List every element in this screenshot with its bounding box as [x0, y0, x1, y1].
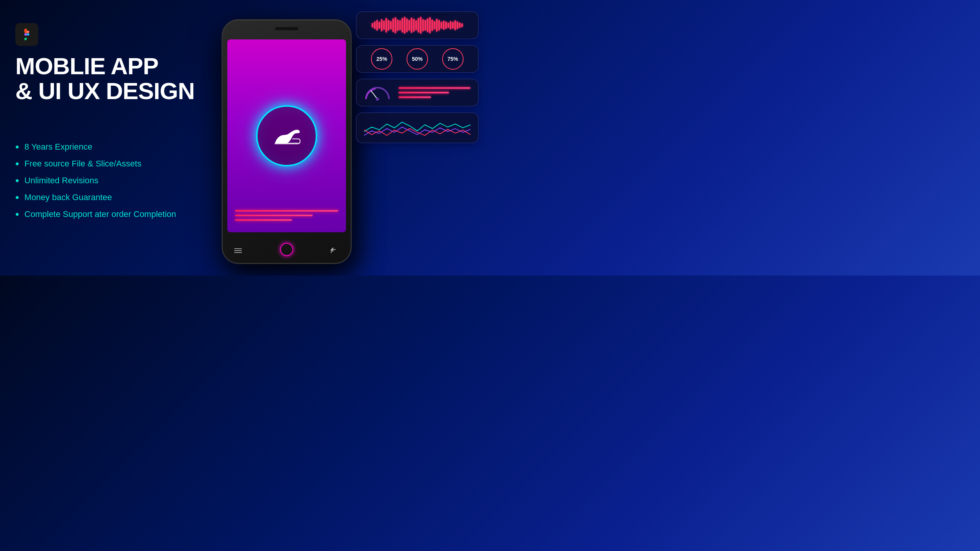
wave-bar [448, 23, 449, 28]
feature-item-1: 8 Years Exprience [15, 142, 176, 152]
wave-bar [461, 23, 463, 27]
wave-bar [434, 21, 435, 29]
wave-bar [457, 21, 458, 29]
wave-bar [443, 21, 444, 30]
wave-bar [395, 17, 396, 33]
wave-bar [429, 17, 431, 33]
main-title: MOBLIE APP & UI UX DESIGN [15, 54, 194, 103]
gauge-line-1 [399, 87, 470, 89]
red-line-3 [235, 219, 292, 221]
phone-mockup [222, 19, 352, 264]
wave-bar [450, 21, 451, 29]
wave-bar [402, 18, 403, 33]
waveform-widget: // Generate waveform bars const waveHeig… [356, 11, 479, 39]
wave-bar [431, 20, 433, 31]
line-chart [364, 116, 470, 139]
gauge-widget [356, 79, 479, 106]
red-line-1 [235, 210, 338, 212]
feature-list: 8 Years Exprience Free source File & Sli… [15, 142, 176, 226]
svg-point-2 [376, 98, 379, 101]
phone-screen [227, 39, 346, 232]
wave-bar [427, 18, 428, 32]
red-line-2 [235, 215, 313, 216]
wave-bar [376, 20, 378, 31]
phone-back-icon [329, 246, 337, 254]
hamburger-icon [234, 248, 242, 253]
wave-bar [411, 18, 412, 33]
wave-bar [413, 19, 415, 32]
gauge-lines [399, 87, 470, 98]
gauge-line-2 [399, 92, 449, 93]
shoe-circle [256, 105, 317, 166]
figma-logo [15, 23, 38, 46]
wave-bar [459, 23, 461, 28]
wave-bar [399, 20, 401, 30]
wave-bar [425, 20, 426, 31]
wave-bar [392, 18, 394, 32]
wave-bar [436, 19, 438, 32]
phone-nav [234, 248, 242, 253]
percent-circle-75: 75% [442, 48, 464, 70]
widgets-container: // Generate waveform bars const waveHeig… [356, 11, 479, 143]
gauge-icon [364, 83, 391, 102]
shoe-icon [270, 119, 304, 153]
feature-item-4: Money back Guarantee [15, 192, 176, 203]
wave-bar [372, 23, 373, 28]
gauge-line-3 [399, 96, 431, 98]
title-line1: MOBLIE APP [15, 54, 194, 78]
wave-bar [408, 20, 410, 31]
wave-bar [441, 22, 442, 29]
feature-item-5: Complete Support ater order Completion [15, 209, 176, 220]
chart-widget [356, 112, 479, 143]
wave-bar [454, 20, 456, 30]
wave-bar [404, 17, 405, 34]
wave-bar [397, 20, 399, 31]
svg-line-1 [371, 91, 377, 99]
wave-bar [381, 19, 382, 31]
wave-bar [418, 18, 419, 33]
wave-bar [445, 21, 447, 29]
wave-bar [420, 17, 421, 34]
wave-bar [383, 21, 385, 30]
wave-bar [422, 19, 424, 31]
wave-bar [452, 22, 454, 29]
phone-home-button [280, 243, 293, 256]
wave-bar [415, 20, 417, 30]
red-lines [235, 210, 338, 221]
phone-body [222, 19, 352, 264]
feature-item-3: Unlimited Revisions [15, 175, 176, 186]
wave-bar [374, 21, 376, 29]
percent-circle-25: 25% [371, 48, 392, 70]
percent-widget: 25% 50% 75% [356, 45, 479, 73]
wave-bar [388, 20, 389, 31]
svg-rect-0 [331, 249, 332, 253]
feature-item-2: Free source File & Slice/Assets [15, 158, 176, 169]
title-line2: & UI UX DESIGN [15, 78, 194, 103]
wave-bar [379, 22, 380, 29]
wave-bar [438, 20, 440, 31]
percent-circle-50: 50% [407, 48, 428, 70]
wave-bar [385, 18, 387, 33]
wave-bar [406, 18, 408, 32]
phone-notch [275, 27, 298, 30]
wave-bar [390, 21, 392, 29]
